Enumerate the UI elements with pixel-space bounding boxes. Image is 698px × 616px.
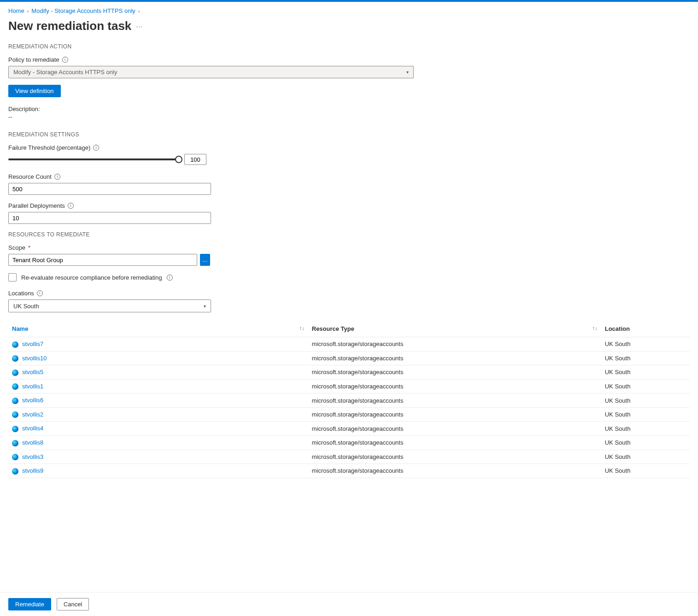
chevron-down-icon: ▾ xyxy=(204,304,206,309)
resource-location-cell: UK South xyxy=(601,337,690,352)
policy-to-remediate-label: Policy to remediate xyxy=(8,56,59,63)
table-row: stvollis8microsoft.storage/storageaccoun… xyxy=(8,435,690,450)
resource-location-cell: UK South xyxy=(601,393,690,408)
chevron-right-icon: › xyxy=(138,8,140,14)
table-row: stvollis7microsoft.storage/storageaccoun… xyxy=(8,337,690,352)
info-icon[interactable]: i xyxy=(37,290,43,296)
section-remediation-settings: REMEDIATION SETTINGS xyxy=(8,131,690,138)
resource-location-cell: UK South xyxy=(601,450,690,464)
scope-label: Scope xyxy=(8,244,25,251)
storage-account-icon xyxy=(12,411,18,418)
resource-type-cell: microsoft.storage/storageaccounts xyxy=(308,337,601,352)
failure-threshold-slider[interactable] xyxy=(8,158,179,160)
info-icon[interactable]: i xyxy=(62,57,68,63)
breadcrumb-policy[interactable]: Modify - Storage Accounts HTTPS only xyxy=(31,7,135,14)
resource-location-cell: UK South xyxy=(601,365,690,380)
more-actions-icon[interactable]: ··· xyxy=(136,23,143,30)
storage-account-icon xyxy=(12,355,18,362)
resource-name-link[interactable]: stvollis3 xyxy=(22,453,43,460)
resource-type-cell: microsoft.storage/storageaccounts xyxy=(308,379,601,393)
slider-thumb-icon[interactable] xyxy=(175,156,182,163)
resource-type-cell: microsoft.storage/storageaccounts xyxy=(308,435,601,450)
locations-label: Locations xyxy=(8,290,34,297)
storage-account-icon xyxy=(12,426,18,432)
info-icon[interactable]: i xyxy=(68,203,74,209)
info-icon[interactable]: i xyxy=(54,174,60,180)
view-definition-button[interactable]: View definition xyxy=(8,85,61,97)
info-icon[interactable]: i xyxy=(93,145,99,151)
resource-type-cell: microsoft.storage/storageaccounts xyxy=(308,464,601,478)
table-row: stvollis2microsoft.storage/storageaccoun… xyxy=(8,407,690,422)
description-value: -- xyxy=(8,113,690,120)
chevron-right-icon: › xyxy=(27,8,29,14)
resource-name-link[interactable]: stvollis9 xyxy=(22,467,43,474)
failure-threshold-label: Failure Threshold (percentage) xyxy=(8,144,90,151)
info-icon[interactable]: i xyxy=(167,275,173,281)
resource-name-link[interactable]: stvollis7 xyxy=(22,340,43,347)
resource-location-cell: UK South xyxy=(601,435,690,450)
reevaluate-checkbox[interactable] xyxy=(8,273,17,282)
resource-count-label: Resource Count xyxy=(8,173,52,180)
table-header-name[interactable]: Name ↑↓ xyxy=(8,321,308,337)
resource-count-input[interactable] xyxy=(8,183,211,195)
scope-input[interactable] xyxy=(8,254,197,266)
reevaluate-label: Re-evaluate resource compliance before r… xyxy=(21,274,162,281)
resource-name-link[interactable]: stvollis4 xyxy=(22,425,43,432)
table-row: stvollis5microsoft.storage/storageaccoun… xyxy=(8,365,690,380)
table-row: stvollis10microsoft.storage/storageaccou… xyxy=(8,351,690,365)
resource-location-cell: UK South xyxy=(601,351,690,365)
storage-account-icon xyxy=(12,383,18,390)
policy-select-value: Modify - Storage Accounts HTTPS only xyxy=(13,69,117,76)
resource-name-link[interactable]: stvollis1 xyxy=(22,383,43,390)
description-label: Description: xyxy=(8,106,690,112)
scope-picker-button[interactable]: … xyxy=(200,254,210,266)
failure-threshold-input[interactable] xyxy=(184,154,206,165)
required-icon: * xyxy=(28,244,30,251)
parallel-deployments-label: Parallel Deployments xyxy=(8,202,65,209)
storage-account-icon xyxy=(12,370,18,376)
storage-account-icon xyxy=(12,468,18,475)
storage-account-icon xyxy=(12,341,18,348)
resource-name-link[interactable]: stvollis10 xyxy=(22,355,47,362)
resource-name-link[interactable]: stvollis5 xyxy=(22,369,43,375)
resource-name-link[interactable]: stvollis2 xyxy=(22,411,43,418)
table-row: stvollis4microsoft.storage/storageaccoun… xyxy=(8,422,690,436)
resource-name-link[interactable]: stvollis8 xyxy=(22,439,43,446)
resource-location-cell: UK South xyxy=(601,422,690,436)
table-row: stvollis3microsoft.storage/storageaccoun… xyxy=(8,450,690,464)
resource-name-link[interactable]: stvollis6 xyxy=(22,397,43,404)
resource-location-cell: UK South xyxy=(601,464,690,478)
table-header-type[interactable]: Resource Type ↑↓ xyxy=(308,321,601,337)
storage-account-icon xyxy=(12,440,18,446)
resources-table: Name ↑↓ Resource Type ↑↓ Location stvoll… xyxy=(8,321,690,478)
locations-select[interactable]: UK South ▾ xyxy=(8,299,211,312)
page-title: New remediation task xyxy=(8,19,131,33)
section-resources: RESOURCES TO REMEDIATE xyxy=(8,231,690,238)
resource-type-cell: microsoft.storage/storageaccounts xyxy=(308,393,601,408)
table-header-location[interactable]: Location xyxy=(601,321,690,337)
section-remediation-action: REMEDIATION ACTION xyxy=(8,43,690,50)
breadcrumb-home[interactable]: Home xyxy=(8,7,24,14)
resource-type-cell: microsoft.storage/storageaccounts xyxy=(308,351,601,365)
table-row: stvollis1microsoft.storage/storageaccoun… xyxy=(8,379,690,393)
parallel-deployments-input[interactable] xyxy=(8,212,211,224)
resource-type-cell: microsoft.storage/storageaccounts xyxy=(308,422,601,436)
storage-account-icon xyxy=(12,454,18,460)
locations-value: UK South xyxy=(13,303,39,310)
resource-type-cell: microsoft.storage/storageaccounts xyxy=(308,407,601,422)
storage-account-icon xyxy=(12,398,18,404)
breadcrumb: Home › Modify - Storage Accounts HTTPS o… xyxy=(8,7,690,14)
sort-icon: ↑↓ xyxy=(592,325,598,331)
resource-location-cell: UK South xyxy=(601,379,690,393)
resource-location-cell: UK South xyxy=(601,407,690,422)
table-row: stvollis9microsoft.storage/storageaccoun… xyxy=(8,464,690,478)
resource-type-cell: microsoft.storage/storageaccounts xyxy=(308,365,601,380)
chevron-down-icon: ▾ xyxy=(406,70,409,75)
sort-icon: ↑↓ xyxy=(299,325,305,331)
table-row: stvollis6microsoft.storage/storageaccoun… xyxy=(8,393,690,408)
policy-select[interactable]: Modify - Storage Accounts HTTPS only ▾ xyxy=(8,66,414,78)
resource-type-cell: microsoft.storage/storageaccounts xyxy=(308,450,601,464)
